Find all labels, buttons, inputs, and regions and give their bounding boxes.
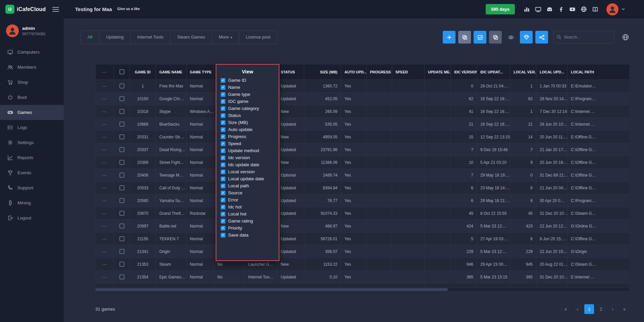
column-header[interactable]: LOCAL VER... [510,64,536,80]
sidebar-item-members[interactable]: Members [0,60,64,75]
view-option[interactable]: ✓Game type [216,91,279,98]
row-checkbox[interactable] [119,262,124,267]
manual-icon[interactable] [592,6,598,12]
row-checkbox[interactable] [119,109,124,114]
tab-more[interactable]: More▾ [212,31,239,44]
copy-button[interactable] [458,31,471,44]
view-option[interactable]: ✓Source [216,189,279,196]
column-header[interactable]: IDC VERSION [451,64,477,80]
sidebar-item-mining[interactable]: Mining [0,195,64,210]
row-checkbox[interactable] [119,185,124,190]
sidebar-item-support[interactable]: Support [0,180,64,195]
tab-all[interactable]: All [81,31,99,44]
view-option[interactable]: ✓Status [216,112,279,119]
row-actions-button[interactable]: ∙∙∙ [102,84,107,88]
row-checkbox[interactable] [119,223,124,229]
column-header[interactable]: GAME TYPE [186,64,214,80]
sidebar-item-shop[interactable]: Shop [0,75,64,90]
sidebar-item-boot[interactable]: Boot [0,90,64,105]
sync-button[interactable] [535,31,548,44]
view-option[interactable]: ✓Priority [216,224,279,232]
row-actions-button[interactable]: ∙∙∙ [102,148,107,152]
tab-updating[interactable]: Updating [99,31,130,44]
view-option[interactable]: ✓Local update date [216,175,279,182]
leaderboard-icon[interactable] [524,6,530,12]
row-actions-button[interactable]: ∙∙∙ [102,237,107,241]
column-header[interactable]: UPDATE ME... [425,64,451,80]
youtube-icon[interactable] [569,6,576,12]
scrollbar-thumb[interactable] [95,288,448,291]
row-actions-button[interactable]: ∙∙∙ [102,275,107,279]
view-option[interactable]: ✓Speed [216,140,279,147]
sidebar-item-logout[interactable]: Logout [0,210,64,226]
view-option[interactable]: ✓Local hot [216,210,279,217]
row-actions-button[interactable]: ∙∙∙ [102,263,107,266]
tv-icon[interactable] [535,6,541,12]
row-actions-button[interactable]: ∙∙∙ [102,199,107,203]
view-option[interactable]: ✓Error [216,196,279,203]
page-button[interactable]: 2 [596,304,606,314]
column-header[interactable]: SIZE (MB) [304,64,341,80]
row-actions-button[interactable]: ∙∙∙ [102,161,107,165]
row-checkbox[interactable] [119,274,124,279]
page-button[interactable]: › [608,304,618,314]
row-checkbox[interactable] [119,96,124,101]
tab-license-pool[interactable]: License pool [239,31,277,44]
sidebar-item-events[interactable]: Events [0,165,64,180]
column-header[interactable]: LOCAL UPD... [536,64,568,80]
row-actions-button[interactable]: ∙∙∙ [102,212,107,215]
tab-internet-tools[interactable]: Internet Tools [131,31,171,44]
row-actions-button[interactable]: ∙∙∙ [102,250,107,254]
select-all-checkbox[interactable] [119,69,124,74]
column-header[interactable]: AUTO UPD... [341,64,367,80]
view-option[interactable]: ✓Update method [216,147,279,154]
page-button[interactable]: ‹ [573,304,582,314]
view-option[interactable]: ✓Local path [216,182,279,189]
facebook-icon[interactable] [558,6,564,12]
column-header[interactable]: STATUS [277,64,304,80]
row-checkbox[interactable] [119,122,124,127]
language-globe-icon[interactable] [622,34,629,41]
column-header[interactable]: SPEED [392,64,425,80]
row-actions-button[interactable]: ∙∙∙ [102,110,107,114]
column-header[interactable]: GAME ID [130,64,156,80]
row-checkbox[interactable] [119,147,124,152]
tab-steam-games[interactable]: Steam Games [170,31,212,44]
batch-select-button[interactable] [474,31,486,44]
row-checkbox[interactable] [119,236,124,241]
premium-button[interactable] [520,31,533,44]
days-remaining-badge[interactable]: 595 days [486,4,515,14]
view-option[interactable]: ✓Idc update date [216,161,279,168]
view-option[interactable]: ✓Auto update [216,126,279,133]
page-button[interactable]: » [620,304,629,314]
give-us-a-like-link[interactable]: Give us a like [117,7,140,11]
sidebar-item-reports[interactable]: Reports [0,150,64,165]
view-option[interactable]: ✓Local version [216,168,279,175]
user-menu[interactable] [606,3,625,15]
horizontal-scrollbar[interactable] [95,288,629,291]
row-actions-button[interactable]: ∙∙∙ [102,224,107,228]
row-checkbox[interactable] [119,249,124,254]
menu-toggle-icon[interactable] [52,6,59,13]
view-option[interactable]: ✓Game rating [216,217,279,224]
sidebar-item-games[interactable]: Games [0,105,64,120]
row-checkbox[interactable] [119,134,124,139]
column-header[interactable]: GAME NAME [156,64,186,80]
row-actions-button[interactable]: ∙∙∙ [102,174,107,177]
row-actions-button[interactable]: ∙∙∙ [102,186,107,190]
column-header[interactable]: LOCAL PATH [568,64,630,80]
row-checkbox[interactable] [119,173,124,178]
row-actions-button[interactable]: ∙∙∙ [102,97,107,101]
view-option[interactable]: ✓Game category [216,105,279,112]
view-option[interactable]: ✓Progress [216,133,279,140]
visibility-button[interactable] [504,31,517,44]
column-header[interactable]: PROGRESS [367,64,392,80]
row-actions-button[interactable]: ∙∙∙ [102,135,107,139]
sidebar-item-computers[interactable]: Computers [0,45,64,60]
sidebar-item-logs[interactable]: Logs [0,120,64,135]
sidebar-item-settings[interactable]: Settings [0,135,64,150]
view-option[interactable]: ✓Idc version [216,154,279,161]
row-checkbox[interactable] [119,83,124,88]
view-option[interactable]: ✓IDC game [216,98,279,105]
view-option[interactable]: ✓Size (MB) [216,119,279,126]
